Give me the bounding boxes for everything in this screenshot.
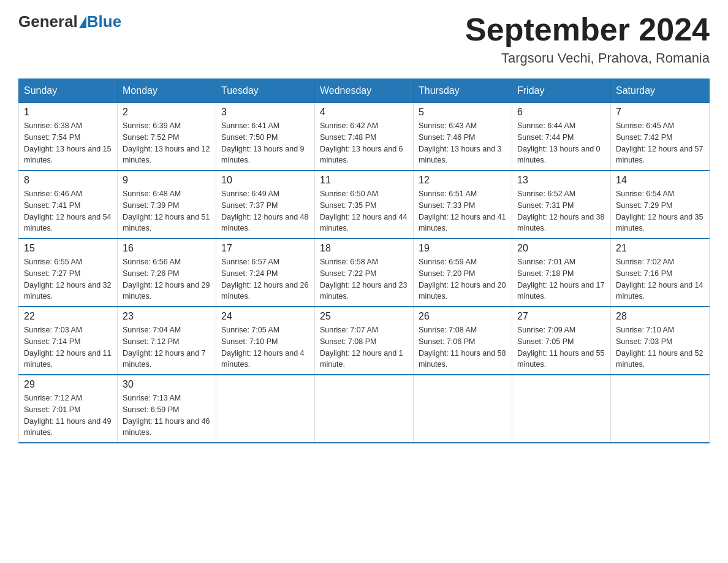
week-row: 15 Sunrise: 6:55 AM Sunset: 7:27 PM Dayl… [19, 239, 710, 307]
calendar-cell: 25 Sunrise: 7:07 AM Sunset: 7:08 PM Dayl… [315, 307, 414, 375]
day-info: Sunrise: 6:49 AM Sunset: 7:37 PM Dayligh… [221, 188, 309, 234]
day-number: 22 [24, 311, 112, 322]
week-row: 22 Sunrise: 7:03 AM Sunset: 7:14 PM Dayl… [19, 307, 710, 375]
calendar-cell: 17 Sunrise: 6:57 AM Sunset: 7:24 PM Dayl… [216, 239, 315, 307]
logo: General Blue [18, 12, 121, 31]
month-title: September 2024 [465, 12, 710, 47]
day-number: 6 [517, 107, 605, 118]
calendar-header-row: SundayMondayTuesdayWednesdayThursdayFrid… [19, 79, 710, 103]
day-of-week-header: Monday [118, 79, 216, 103]
day-number: 5 [419, 107, 507, 118]
calendar-cell: 1 Sunrise: 6:38 AM Sunset: 7:54 PM Dayli… [19, 103, 118, 171]
day-info: Sunrise: 7:02 AM Sunset: 7:16 PM Dayligh… [616, 256, 704, 302]
logo-blue-text: Blue [87, 12, 121, 31]
day-info: Sunrise: 7:08 AM Sunset: 7:06 PM Dayligh… [419, 324, 507, 370]
calendar-cell: 12 Sunrise: 6:51 AM Sunset: 7:33 PM Dayl… [414, 170, 512, 239]
week-row: 29 Sunrise: 7:12 AM Sunset: 7:01 PM Dayl… [19, 375, 710, 443]
day-info: Sunrise: 6:54 AM Sunset: 7:29 PM Dayligh… [616, 188, 704, 234]
calendar-cell: 2 Sunrise: 6:39 AM Sunset: 7:52 PM Dayli… [118, 103, 216, 171]
day-info: Sunrise: 7:12 AM Sunset: 7:01 PM Dayligh… [24, 393, 112, 439]
calendar-cell: 8 Sunrise: 6:46 AM Sunset: 7:41 PM Dayli… [19, 170, 118, 239]
day-info: Sunrise: 6:42 AM Sunset: 7:48 PM Dayligh… [320, 120, 408, 166]
day-info: Sunrise: 6:44 AM Sunset: 7:44 PM Dayligh… [517, 120, 605, 166]
calendar-cell: 9 Sunrise: 6:48 AM Sunset: 7:39 PM Dayli… [118, 170, 216, 239]
day-number: 28 [616, 311, 704, 322]
day-info: Sunrise: 6:46 AM Sunset: 7:41 PM Dayligh… [24, 188, 112, 234]
title-section: September 2024 Targsoru Vechi, Prahova, … [465, 12, 710, 66]
day-of-week-header: Wednesday [315, 79, 414, 103]
logo-triangle-icon [79, 16, 86, 28]
day-info: Sunrise: 6:55 AM Sunset: 7:27 PM Dayligh… [24, 256, 112, 302]
day-info: Sunrise: 7:01 AM Sunset: 7:18 PM Dayligh… [517, 256, 605, 302]
day-number: 13 [517, 175, 605, 186]
day-info: Sunrise: 7:05 AM Sunset: 7:10 PM Dayligh… [221, 324, 309, 370]
calendar-cell: 19 Sunrise: 6:59 AM Sunset: 7:20 PM Dayl… [414, 239, 512, 307]
calendar-cell: 14 Sunrise: 6:54 AM Sunset: 7:29 PM Dayl… [611, 170, 710, 239]
week-row: 8 Sunrise: 6:46 AM Sunset: 7:41 PM Dayli… [19, 170, 710, 239]
logo-general-text: General [18, 12, 78, 31]
calendar-cell: 27 Sunrise: 7:09 AM Sunset: 7:05 PM Dayl… [512, 307, 611, 375]
day-info: Sunrise: 6:52 AM Sunset: 7:31 PM Dayligh… [517, 188, 605, 234]
calendar-cell: 21 Sunrise: 7:02 AM Sunset: 7:16 PM Dayl… [611, 239, 710, 307]
day-info: Sunrise: 7:13 AM Sunset: 6:59 PM Dayligh… [123, 393, 211, 439]
calendar-cell: 7 Sunrise: 6:45 AM Sunset: 7:42 PM Dayli… [611, 103, 710, 171]
calendar-cell: 10 Sunrise: 6:49 AM Sunset: 7:37 PM Dayl… [216, 170, 315, 239]
day-number: 20 [517, 243, 605, 254]
day-info: Sunrise: 6:48 AM Sunset: 7:39 PM Dayligh… [123, 188, 211, 234]
calendar-cell: 11 Sunrise: 6:50 AM Sunset: 7:35 PM Dayl… [315, 170, 414, 239]
location-title: Targsoru Vechi, Prahova, Romania [465, 50, 710, 66]
day-info: Sunrise: 6:59 AM Sunset: 7:20 PM Dayligh… [419, 256, 507, 302]
day-info: Sunrise: 6:41 AM Sunset: 7:50 PM Dayligh… [221, 120, 309, 166]
calendar-cell: 3 Sunrise: 6:41 AM Sunset: 7:50 PM Dayli… [216, 103, 315, 171]
calendar-cell: 6 Sunrise: 6:44 AM Sunset: 7:44 PM Dayli… [512, 103, 611, 171]
calendar-cell: 26 Sunrise: 7:08 AM Sunset: 7:06 PM Dayl… [414, 307, 512, 375]
calendar-cell: 20 Sunrise: 7:01 AM Sunset: 7:18 PM Dayl… [512, 239, 611, 307]
day-info: Sunrise: 7:10 AM Sunset: 7:03 PM Dayligh… [616, 324, 704, 370]
calendar-cell [611, 375, 710, 443]
day-of-week-header: Friday [512, 79, 611, 103]
day-number: 8 [24, 175, 112, 186]
day-number: 23 [123, 311, 211, 322]
calendar-cell [414, 375, 512, 443]
day-info: Sunrise: 7:03 AM Sunset: 7:14 PM Dayligh… [24, 324, 112, 370]
day-number: 26 [419, 311, 507, 322]
day-info: Sunrise: 6:43 AM Sunset: 7:46 PM Dayligh… [419, 120, 507, 166]
day-info: Sunrise: 6:51 AM Sunset: 7:33 PM Dayligh… [419, 188, 507, 234]
day-info: Sunrise: 6:57 AM Sunset: 7:24 PM Dayligh… [221, 256, 309, 302]
day-number: 21 [616, 243, 704, 254]
calendar-cell: 29 Sunrise: 7:12 AM Sunset: 7:01 PM Dayl… [19, 375, 118, 443]
day-number: 30 [123, 379, 211, 390]
day-info: Sunrise: 6:38 AM Sunset: 7:54 PM Dayligh… [24, 120, 112, 166]
calendar-cell [216, 375, 315, 443]
day-info: Sunrise: 6:45 AM Sunset: 7:42 PM Dayligh… [616, 120, 704, 166]
calendar-cell: 23 Sunrise: 7:04 AM Sunset: 7:12 PM Dayl… [118, 307, 216, 375]
day-number: 12 [419, 175, 507, 186]
calendar-cell: 18 Sunrise: 6:58 AM Sunset: 7:22 PM Dayl… [315, 239, 414, 307]
day-info: Sunrise: 7:07 AM Sunset: 7:08 PM Dayligh… [320, 324, 408, 370]
day-number: 29 [24, 379, 112, 390]
day-number: 16 [123, 243, 211, 254]
day-number: 10 [221, 175, 309, 186]
day-info: Sunrise: 6:39 AM Sunset: 7:52 PM Dayligh… [123, 120, 211, 166]
day-number: 11 [320, 175, 408, 186]
day-number: 17 [221, 243, 309, 254]
calendar-cell: 28 Sunrise: 7:10 AM Sunset: 7:03 PM Dayl… [611, 307, 710, 375]
day-of-week-header: Thursday [414, 79, 512, 103]
day-info: Sunrise: 6:58 AM Sunset: 7:22 PM Dayligh… [320, 256, 408, 302]
day-number: 19 [419, 243, 507, 254]
day-number: 27 [517, 311, 605, 322]
day-info: Sunrise: 7:09 AM Sunset: 7:05 PM Dayligh… [517, 324, 605, 370]
calendar-cell: 15 Sunrise: 6:55 AM Sunset: 7:27 PM Dayl… [19, 239, 118, 307]
calendar-cell: 16 Sunrise: 6:56 AM Sunset: 7:26 PM Dayl… [118, 239, 216, 307]
calendar-cell: 4 Sunrise: 6:42 AM Sunset: 7:48 PM Dayli… [315, 103, 414, 171]
day-number: 9 [123, 175, 211, 186]
day-number: 14 [616, 175, 704, 186]
day-number: 2 [123, 107, 211, 118]
day-of-week-header: Sunday [19, 79, 118, 103]
day-info: Sunrise: 6:56 AM Sunset: 7:26 PM Dayligh… [123, 256, 211, 302]
day-number: 4 [320, 107, 408, 118]
calendar-cell: 22 Sunrise: 7:03 AM Sunset: 7:14 PM Dayl… [19, 307, 118, 375]
page-header: General Blue September 2024 Targsoru Vec… [18, 12, 710, 66]
day-number: 18 [320, 243, 408, 254]
calendar-cell [512, 375, 611, 443]
